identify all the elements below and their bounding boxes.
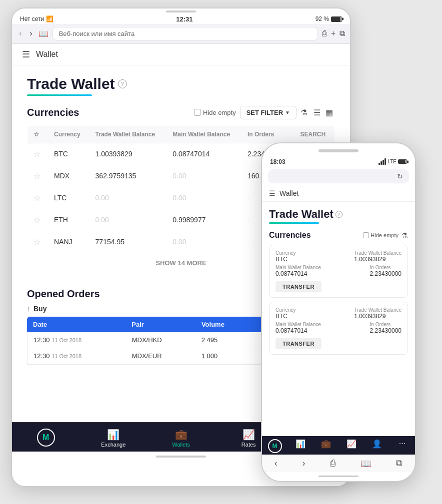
wallets-label: Wallets	[172, 442, 190, 448]
col-main-balance: Main Wallet Balance	[166, 125, 242, 143]
phone-nav-rates[interactable]: 📈	[338, 439, 364, 453]
phone-hamburger-icon[interactable]: ☰	[269, 189, 276, 197]
trade-balance: 0.00	[90, 209, 167, 231]
order-date: 12:30 11 Oct 2018	[28, 352, 126, 360]
phone-hide-empty-checkbox[interactable]	[363, 232, 369, 238]
url-text: Веб-поиск или имя сайта	[59, 30, 134, 37]
phone-main-label: Main Wallet Balance	[276, 265, 321, 270]
phone-card-row-2: Main Wallet Balance 0.08747014 In Orders…	[276, 265, 402, 277]
home-bar	[156, 456, 206, 458]
phone-browser-share-button[interactable]: ⎙	[330, 458, 336, 469]
status-right: 92 %	[316, 15, 342, 22]
battery-level: 92 %	[316, 15, 329, 22]
phone-trade-wallet-title: Trade Wallet ?	[269, 208, 408, 221]
hide-empty-label[interactable]: Hide empty	[194, 109, 236, 116]
phone-card-row-1: Currency BTC Trade Wallet Balance 1.0039…	[276, 250, 402, 263]
phone-main-value: 0.08747014	[276, 327, 321, 334]
nav-item-logo[interactable]: M	[12, 427, 80, 450]
main-balance: 0.00	[166, 165, 242, 187]
col-date-header: Date	[27, 321, 126, 328]
signal-bar-3	[382, 160, 384, 165]
browser-url-bar[interactable]: Веб-поиск или имя сайта	[52, 27, 318, 40]
phone-nav-logo[interactable]: M	[262, 439, 288, 453]
network-status: Нет сети	[20, 15, 44, 22]
phone-trade-label: Trade Wallet Balance	[354, 250, 402, 256]
phone-status-right: LTE	[378, 158, 407, 165]
main-balance: 0.00	[166, 187, 242, 209]
order-date: 12:30 11 Oct 2018	[28, 336, 126, 344]
filter-icon-button[interactable]: ⚗	[300, 108, 308, 117]
order-volume: 1 000	[196, 352, 265, 360]
col-currency: Currency	[48, 125, 90, 143]
phone-main-label: Main Wallet Balance	[276, 322, 321, 327]
col-in-orders: In Orders	[242, 125, 294, 143]
section-controls: Hide empty SET FILTER ▼ ⚗ ☰ ▦	[194, 106, 335, 119]
phone-filter-icon[interactable]: ⚗	[402, 231, 408, 239]
arrow-up-icon: ↑	[27, 305, 30, 313]
phone-home-indicator	[262, 472, 415, 481]
set-filter-button[interactable]: SET FILTER ▼	[240, 106, 296, 119]
phone-browser-bookmarks-button[interactable]: 📖	[360, 458, 372, 469]
phone-nav-more[interactable]: ···	[390, 439, 415, 453]
title-underline	[27, 94, 92, 96]
phone-filter-area: Hide empty ⚗	[363, 231, 408, 239]
browser-share-button[interactable]: ⎙	[322, 29, 327, 38]
order-volume: 2 495	[196, 336, 265, 344]
star-button[interactable]: ☆	[34, 237, 40, 247]
phone-browser-bottom: ‹ › ⎙ 📖 ⧉	[262, 455, 415, 472]
phone-trade-wallet-heading: Trade Wallet	[269, 208, 334, 221]
browser-add-tab-button[interactable]: +	[331, 29, 336, 38]
app-header: ☰ Wallet	[12, 44, 350, 65]
star-button[interactable]: ☆	[34, 149, 40, 159]
star-button[interactable]: ☆	[34, 193, 40, 203]
phone-browser-back-button[interactable]: ‹	[274, 458, 278, 469]
phone-rates-icon: 📈	[346, 439, 356, 449]
list-view-button[interactable]: ☰	[312, 107, 322, 118]
battery-icon	[331, 16, 342, 22]
trade-wallet-heading: Trade Wallet	[27, 75, 115, 92]
star-button[interactable]: ☆	[34, 171, 40, 181]
currencies-section-header: Currencies Hide empty SET FILTER ▼ ⚗ ☰	[27, 106, 335, 119]
phone-search-bar[interactable]: ↻	[268, 169, 409, 183]
signal-bars-icon	[378, 158, 386, 165]
nav-item-wallets[interactable]: 💼 Wallets	[147, 427, 214, 450]
help-icon[interactable]: ?	[118, 79, 127, 88]
trade-balance: 362.9759135	[90, 165, 167, 187]
lte-label: LTE	[388, 159, 396, 164]
phone-help-icon[interactable]: ?	[336, 211, 342, 218]
browser-forward-button[interactable]: ›	[28, 28, 34, 39]
signal-bar-2	[380, 161, 382, 165]
browser-back-button[interactable]: ‹	[17, 28, 24, 39]
col-pair-header: Pair	[126, 321, 196, 328]
col-trade-balance: Trade Wallet Balance	[90, 125, 167, 143]
rates-label: Rates	[242, 442, 256, 448]
currency-name: MDX	[48, 165, 90, 187]
phone-browser-tabs-button[interactable]: ⧉	[396, 458, 402, 469]
chevron-down-icon: ▼	[285, 110, 290, 115]
phone-trade-value: 1.00393829	[354, 256, 402, 263]
main-balance: 0.00	[166, 231, 242, 253]
phone-hide-empty-label[interactable]: Hide empty	[363, 232, 398, 238]
app-logo: M	[37, 429, 55, 447]
tablet-status-bar: Нет сети 📶 12:31 92 %	[12, 14, 350, 24]
phone-more-icon: ···	[399, 439, 406, 448]
phone-nav-wallet[interactable]: 💼	[313, 439, 338, 453]
phone-nav-users[interactable]: 👤	[364, 439, 390, 453]
main-balance: 0.9989977	[166, 209, 242, 231]
transfer-button[interactable]: TRANSFER	[276, 281, 322, 292]
phone-bottom-nav: M 📊 💼 📈 👤 ···	[262, 436, 415, 455]
app-header-title: Wallet	[36, 50, 58, 59]
nav-item-exchange[interactable]: 📊 Exchange	[80, 427, 147, 450]
grid-view-button[interactable]: ▦	[324, 107, 335, 118]
hamburger-icon[interactable]: ☰	[22, 49, 30, 60]
phone-refresh-button[interactable]: ↻	[397, 172, 403, 180]
phone-browser-forward-button[interactable]: ›	[302, 458, 305, 469]
transfer-button[interactable]: TRANSFER	[276, 338, 322, 349]
browser-bookmarks-button[interactable]: 📖	[38, 29, 48, 38]
phone-nav-chart[interactable]: 📊	[288, 439, 313, 453]
browser-tabs-button[interactable]: ⧉	[340, 29, 345, 38]
phone-wallet-icon: 💼	[321, 439, 331, 449]
phone-app-header-title: Wallet	[280, 189, 298, 197]
hide-empty-checkbox[interactable]	[194, 109, 201, 116]
star-button[interactable]: ☆	[34, 215, 40, 225]
